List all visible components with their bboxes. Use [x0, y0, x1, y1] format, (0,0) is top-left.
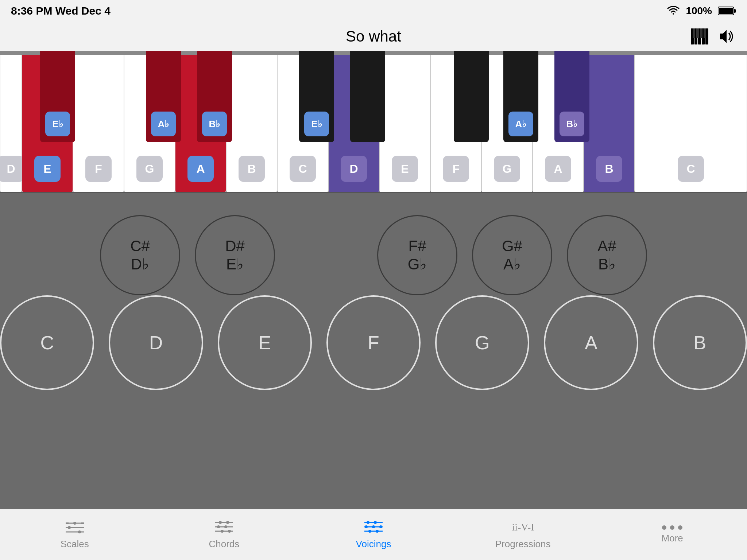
chord-label-csharp: C#D♭	[130, 237, 150, 274]
svg-point-38	[368, 530, 371, 533]
svg-point-31	[367, 521, 369, 524]
chord-circle-a[interactable]: A	[544, 295, 638, 390]
chord-label-asharp: A#B♭	[597, 237, 616, 274]
white-key-d1[interactable]: D	[0, 55, 22, 193]
chord-label-g: G	[475, 331, 489, 354]
status-time: 8:36 PM Wed Dec 4	[11, 5, 111, 17]
black-key-label-eb2: E♭	[304, 112, 329, 136]
black-key-label-bb1: B♭	[202, 112, 227, 136]
tab-chords[interactable]: Chords	[150, 520, 299, 550]
svg-point-26	[224, 525, 227, 528]
chord-label-dsharp: D#E♭	[225, 237, 245, 274]
header-icons	[691, 28, 736, 44]
svg-rect-11	[704, 28, 706, 38]
white-key-b1[interactable]: B	[226, 55, 277, 193]
chord-label-b: B	[694, 331, 707, 354]
piano-section: D E F G A B C D	[0, 51, 747, 193]
piano-icon[interactable]	[691, 28, 710, 44]
tab-progressions[interactable]: ii-V-I Progressions	[448, 520, 598, 550]
more-dots	[662, 525, 682, 530]
svg-point-36	[379, 525, 382, 528]
chord-circle-d[interactable]: D	[109, 295, 203, 390]
chord-label-d: D	[149, 331, 163, 354]
svg-point-20	[78, 530, 81, 533]
svg-point-39	[376, 530, 379, 533]
chord-circle-csharp[interactable]: C#D♭	[100, 215, 180, 295]
key-label-e2: E	[392, 156, 418, 182]
chord-label-f: F	[368, 331, 379, 354]
black-key-bb2p[interactable]: B♭	[554, 51, 589, 142]
chord-circle-f[interactable]: F	[326, 295, 421, 390]
chord-label-e: E	[258, 331, 271, 354]
chord-circle-c[interactable]: C	[0, 295, 94, 390]
black-key-label-ab2: A♭	[508, 112, 533, 136]
svg-point-29	[228, 530, 231, 533]
svg-point-32	[374, 521, 377, 524]
battery-icon	[718, 6, 736, 16]
black-key-ab1[interactable]: A♭	[146, 51, 181, 142]
middle-section: C#D♭ D#E♭ F#G♭ G#A♭ A#B♭ C D	[0, 193, 747, 536]
key-label-e1: E	[34, 156, 61, 182]
key-label-a1: A	[187, 156, 214, 182]
black-circles-row: C#D♭ D#E♭ F#G♭ G#A♭ A#B♭	[0, 215, 747, 295]
svg-point-25	[217, 525, 220, 528]
black-key-label-eb1: E♭	[45, 112, 70, 136]
chord-label-a: A	[585, 331, 597, 354]
black-key-bb2[interactable]	[350, 51, 385, 142]
black-key-eb2[interactable]: E♭	[299, 51, 334, 142]
page-title: So what	[346, 28, 401, 45]
chords-icon	[215, 520, 233, 536]
chord-circle-e[interactable]: E	[218, 295, 312, 390]
white-key-b2[interactable]: B	[584, 55, 635, 193]
svg-point-34	[365, 525, 368, 528]
key-label-g2: G	[494, 156, 520, 182]
scales-icon	[66, 520, 84, 536]
chord-label-c: C	[40, 331, 54, 354]
voicings-icon	[364, 520, 383, 536]
svg-rect-1	[719, 8, 733, 14]
black-key-ab2[interactable]	[454, 51, 489, 142]
key-label-c2: C	[290, 156, 316, 182]
tab-bar: Scales Chords V	[0, 509, 747, 560]
black-key-label-bb2p: B♭	[560, 112, 584, 136]
key-label-d2: D	[341, 156, 367, 182]
status-bar: 8:36 PM Wed Dec 4 100%	[0, 0, 747, 22]
svg-rect-10	[700, 28, 703, 38]
key-label-a2: A	[545, 156, 571, 182]
tab-scales-label: Scales	[61, 538, 89, 550]
white-key-c3[interactable]: C	[635, 55, 747, 193]
key-label-g1: G	[136, 156, 163, 182]
chord-circle-asharp[interactable]: A#B♭	[567, 215, 647, 295]
chord-label-fsharp: F#G♭	[408, 237, 427, 274]
svg-point-35	[372, 525, 375, 528]
dot1	[662, 525, 666, 530]
svg-rect-2	[734, 9, 736, 13]
status-right: 100%	[667, 5, 736, 17]
tab-voicings-label: Voicings	[356, 538, 391, 550]
svg-text:ii-V-I: ii-V-I	[512, 521, 534, 533]
black-key-ab2b[interactable]: A♭	[503, 51, 538, 142]
tab-more[interactable]: More	[597, 525, 747, 544]
black-key-eb1[interactable]: E♭	[40, 51, 75, 142]
tab-progressions-label: Progressions	[495, 538, 551, 550]
white-key-f1[interactable]: F	[73, 55, 124, 193]
tab-voicings[interactable]: Voicings	[299, 520, 448, 550]
chord-circle-g[interactable]: G	[435, 295, 529, 390]
key-label-f2: F	[443, 156, 469, 182]
chord-circle-b[interactable]: B	[653, 295, 747, 390]
svg-rect-8	[693, 28, 695, 38]
piano-container: D E F G A B C D	[0, 51, 747, 193]
chord-circle-gsharp[interactable]: G#A♭	[472, 215, 552, 295]
chord-circle-fsharp[interactable]: F#G♭	[377, 215, 457, 295]
speaker-icon[interactable]	[717, 28, 736, 44]
black-key-bb1[interactable]: B♭	[197, 51, 232, 142]
progressions-icon: ii-V-I	[512, 520, 534, 536]
tab-scales[interactable]: Scales	[0, 520, 150, 550]
svg-marker-12	[720, 30, 727, 43]
chord-circle-dsharp[interactable]: D#E♭	[195, 215, 275, 295]
battery-label: 100%	[686, 5, 712, 17]
svg-rect-9	[696, 28, 699, 38]
white-key-e2[interactable]: E	[379, 55, 430, 193]
black-key-label-ab1: A♭	[151, 112, 176, 136]
wifi-icon	[667, 6, 680, 16]
